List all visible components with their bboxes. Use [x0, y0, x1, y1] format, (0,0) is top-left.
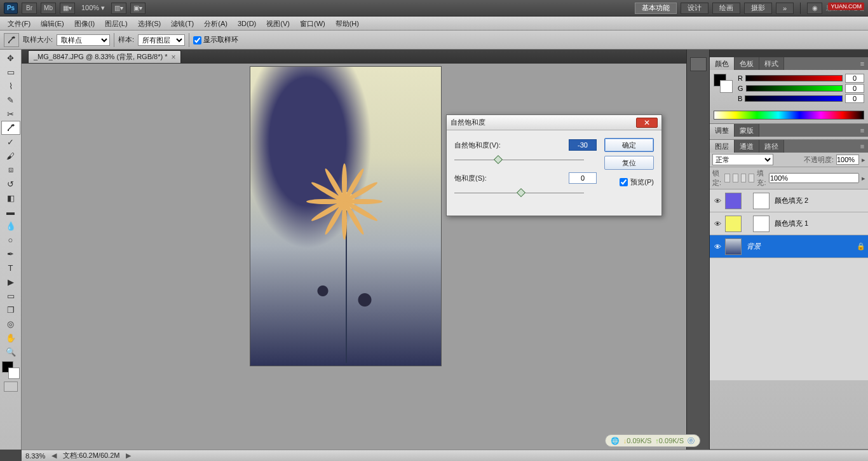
g-input[interactable]: [845, 84, 864, 93]
color-panel-swatch[interactable]: [714, 74, 733, 93]
dialog-titlebar[interactable]: 自然饱和度 ✕: [447, 115, 661, 130]
layer-name[interactable]: 背景: [744, 242, 854, 251]
tab-paths[interactable]: 路径: [759, 140, 784, 153]
layer-thumb[interactable]: [725, 216, 742, 232]
menu-3d[interactable]: 3D(D): [233, 17, 261, 31]
g-slider[interactable]: [746, 85, 843, 92]
minibridge-icon[interactable]: Mb: [41, 3, 56, 14]
layer-row[interactable]: 👁 颜色填充 2: [710, 189, 868, 212]
layer-thumb[interactable]: [725, 193, 742, 209]
screen-mode-icon[interactable]: ▣▾: [130, 3, 146, 14]
spectrum-ramp[interactable]: [714, 111, 864, 120]
workspace-design[interactable]: 设计: [681, 3, 709, 14]
panel-menu-icon[interactable]: ≡: [857, 57, 868, 70]
ok-button[interactable]: 确定: [604, 138, 654, 152]
workspace-painting[interactable]: 绘画: [712, 3, 740, 14]
zoom-tool[interactable]: 🔍: [1, 345, 20, 359]
bridge-icon[interactable]: Br: [22, 3, 37, 14]
vibrance-input[interactable]: [569, 139, 597, 151]
menu-window[interactable]: 窗口(W): [295, 17, 330, 31]
visibility-icon[interactable]: 👁: [712, 219, 722, 229]
menu-edit[interactable]: 编辑(E): [36, 17, 69, 31]
arrange-icon[interactable]: ▥▾: [111, 3, 126, 14]
healing-brush-tool[interactable]: ✓: [1, 135, 20, 149]
3d-camera-tool[interactable]: ◎: [1, 317, 20, 331]
tab-channels[interactable]: 通道: [735, 140, 759, 153]
menu-file[interactable]: 文件(F): [3, 17, 36, 31]
layer-name[interactable]: 颜色填充 1: [772, 219, 865, 228]
sample-size-select[interactable]: 取样点: [57, 34, 110, 46]
lock-position-icon[interactable]: [741, 174, 747, 182]
opacity-input[interactable]: [836, 155, 859, 165]
zoom-level[interactable]: 100% ▾: [81, 4, 105, 12]
b-input[interactable]: [845, 94, 864, 103]
close-tab-icon[interactable]: ×: [171, 53, 175, 62]
eyedropper-tool[interactable]: [1, 121, 20, 135]
stamp-tool[interactable]: ⧇: [1, 163, 20, 177]
eraser-tool[interactable]: ◧: [1, 191, 20, 205]
path-select-tool[interactable]: ▶: [1, 275, 20, 289]
canvas[interactable]: [250, 67, 441, 366]
visibility-icon[interactable]: 👁: [712, 242, 722, 252]
brush-tool[interactable]: 🖌: [1, 149, 20, 163]
view-extras-icon[interactable]: ▦▾: [60, 3, 75, 14]
crop-tool[interactable]: ✂: [1, 107, 20, 121]
quick-mask-toggle[interactable]: [4, 382, 18, 392]
menu-analysis[interactable]: 分析(A): [199, 17, 233, 31]
menu-image[interactable]: 图像(I): [69, 17, 100, 31]
panel-menu-icon[interactable]: ≡: [857, 140, 868, 153]
lasso-tool[interactable]: ⌇: [1, 79, 20, 93]
tab-masks[interactable]: 蒙版: [735, 124, 759, 137]
dock-icon-1[interactable]: [690, 57, 707, 71]
lock-transparent-icon[interactable]: [724, 174, 730, 182]
lock-pixels-icon[interactable]: [733, 174, 738, 182]
lock-all-icon[interactable]: [749, 174, 754, 182]
menu-filter[interactable]: 滤镜(T): [166, 17, 199, 31]
layer-row[interactable]: 👁 颜色填充 1: [710, 212, 868, 235]
3d-tool[interactable]: ❐: [1, 303, 20, 317]
pen-tool[interactable]: ✒: [1, 247, 20, 261]
status-menu-icon[interactable]: ▶: [126, 451, 131, 460]
color-swatch[interactable]: [2, 361, 20, 379]
tab-swatches[interactable]: 色板: [735, 57, 759, 70]
saturation-input[interactable]: [569, 172, 597, 184]
workspace-more[interactable]: »: [776, 3, 794, 14]
blur-tool[interactable]: 💧: [1, 219, 20, 233]
visibility-icon[interactable]: 👁: [712, 196, 722, 206]
type-tool[interactable]: T: [1, 261, 20, 275]
menu-select[interactable]: 选择(S): [133, 17, 166, 31]
eyedropper-tool-icon[interactable]: [4, 33, 19, 47]
sample-select[interactable]: 所有图层: [138, 34, 185, 46]
layer-mask[interactable]: [753, 216, 770, 232]
menu-help[interactable]: 帮助(H): [330, 17, 364, 31]
saturation-slider[interactable]: [454, 189, 654, 198]
file-tab[interactable]: _MG_8847.JPG @ 8.33% (背景, RGB/8*) * ×: [28, 50, 181, 63]
close-icon[interactable]: ✕: [636, 118, 658, 128]
gradient-tool[interactable]: ▬: [1, 205, 20, 219]
tab-layers[interactable]: 图层: [710, 140, 735, 153]
tab-styles[interactable]: 样式: [759, 57, 784, 70]
marquee-tool[interactable]: ▭: [1, 65, 20, 79]
tab-adjustments[interactable]: 调整: [710, 124, 735, 137]
menu-layer[interactable]: 图层(L): [100, 17, 132, 31]
fill-input[interactable]: [769, 173, 859, 183]
shape-tool[interactable]: ▭: [1, 289, 20, 303]
panel-menu-icon[interactable]: ≡: [857, 124, 868, 137]
layer-name[interactable]: 颜色填充 2: [772, 196, 865, 205]
preview-checkbox[interactable]: 预览(P): [620, 177, 654, 187]
move-tool[interactable]: ✥: [1, 51, 20, 65]
status-zoom[interactable]: 8.33%: [25, 452, 45, 460]
layer-row[interactable]: 👁 背景 🔒: [710, 235, 868, 258]
history-brush-tool[interactable]: ↺: [1, 177, 20, 191]
cs-live-icon[interactable]: ◉: [807, 3, 822, 14]
r-slider[interactable]: [745, 75, 843, 81]
workspace-essentials[interactable]: 基本功能: [635, 3, 677, 14]
workspace-photography[interactable]: 摄影: [744, 3, 772, 14]
tab-color[interactable]: 颜色: [710, 57, 735, 70]
hand-tool[interactable]: ✋: [1, 331, 20, 345]
dodge-tool[interactable]: ○: [1, 233, 20, 247]
r-input[interactable]: [845, 74, 864, 83]
menu-view[interactable]: 视图(V): [261, 17, 295, 31]
show-ring-checkbox[interactable]: 显示取样环: [193, 35, 238, 45]
b-slider[interactable]: [745, 95, 843, 102]
